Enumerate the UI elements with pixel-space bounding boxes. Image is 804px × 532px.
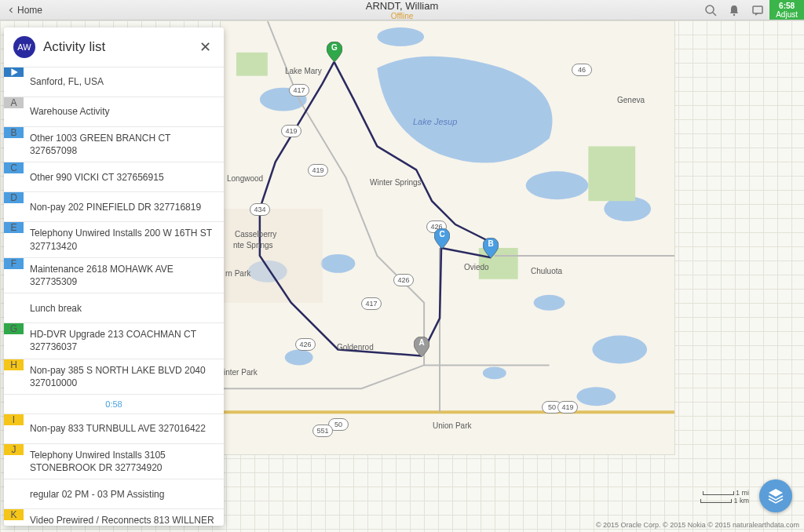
adjust-label: Adjust (776, 10, 798, 19)
bell-icon[interactable] (722, 0, 746, 20)
activity-item[interactable]: AWarehouse Activity (4, 97, 224, 126)
activity-item[interactable]: DNon-pay 202 PINEFIELD DR 327716819 (4, 191, 224, 221)
activity-text: Telephony Unwired Installs 3105 STONEBRO… (24, 444, 224, 479)
route-badge: 419 (557, 401, 578, 414)
route-badge: 419 (308, 164, 328, 177)
route-badge: 434 (250, 203, 270, 216)
place-label: rn Park (225, 269, 250, 278)
close-icon[interactable]: ✕ (196, 35, 214, 59)
svg-point-13 (534, 295, 565, 311)
place-label: Chuluota (531, 267, 562, 275)
place-label: Lake Mary (285, 67, 322, 75)
map-pin[interactable]: C (434, 228, 450, 249)
activity-badge: F (4, 258, 24, 269)
svg-rect-3 (753, 6, 762, 13)
activity-text: Other 990 VICKI CT 327656915 (24, 166, 170, 188)
activity-panel: AW Activity list ✕ Sanford, FL, USAAWare… (4, 27, 224, 526)
activity-text: Non-pay 385 S NORTH LAKE BLVD 2040 32701… (24, 359, 224, 394)
activity-item[interactable]: INon-pay 833 TURNBULL AVE 327016422 (4, 414, 224, 443)
map-scale: 1 mi 1 km (700, 489, 749, 505)
place-label: Casselberry (235, 230, 276, 239)
status-label: Offline (366, 12, 438, 20)
activity-badge: E (4, 222, 24, 233)
adjust-button[interactable]: 6:58 Adjust (769, 0, 804, 20)
place-label: Goldenrod (337, 343, 374, 352)
activity-text: Sanford, FL, USA (24, 71, 110, 93)
svg-point-8 (285, 349, 313, 365)
activity-text: Non-pay 833 TURNBULL AVE 327016422 (24, 417, 212, 439)
time-gap: 0:58 (4, 394, 224, 414)
lake-label: Lake Jesup (413, 117, 457, 126)
activity-item[interactable]: ETelephony Unwired Installs 200 W 16TH S… (4, 221, 224, 257)
header-title: ARNDT, William Offline (366, 0, 438, 20)
place-label: Union Park (433, 421, 471, 430)
map-panel[interactable]: Lake Jesup Lake MaryGenevaWinter Springs… (220, 20, 675, 455)
map-pin[interactable]: B (483, 238, 499, 258)
activity-badge: A (4, 97, 24, 108)
place-label: Longwood (227, 174, 263, 183)
activity-item[interactable]: JTelephony Unwired Installs 3105 STONEBR… (4, 443, 224, 479)
svg-point-11 (592, 336, 647, 364)
activity-text: Non-pay 202 PINEFIELD DR 327716819 (24, 196, 207, 218)
activity-badge: B (4, 127, 24, 138)
map-pin[interactable]: A (414, 337, 429, 357)
activity-text: Video Prewired / Reconnects 813 WILLNER … (24, 509, 224, 526)
activity-badge: C (4, 162, 24, 173)
svg-point-0 (706, 5, 714, 13)
activity-badge: I (4, 414, 24, 425)
activity-badge: G (4, 323, 24, 334)
activity-text: Maintenance 2618 MOHAWK AVE 327735309 (24, 258, 224, 293)
activity-list[interactable]: Sanford, FL, USAAWarehouse ActivityBOthe… (4, 67, 224, 526)
activity-text: Telephony Unwired Installs 200 W 16TH ST… (24, 222, 224, 257)
home-label: Home (17, 5, 42, 16)
place-label: inter Park (224, 368, 258, 377)
activity-badge: D (4, 192, 24, 203)
play-icon (4, 67, 24, 77)
activity-item[interactable]: BOther 1003 GREEN BRANCH CT 327657098 (4, 126, 224, 162)
chat-icon[interactable] (746, 0, 769, 20)
adjust-time: 6:58 (779, 2, 795, 10)
activity-item[interactable]: KVideo Prewired / Reconnects 813 WILLNER… (4, 508, 224, 526)
activity-text: Warehouse Activity (24, 100, 116, 122)
route-badge: 551 (312, 425, 333, 437)
search-icon[interactable] (699, 0, 722, 20)
activity-text: HD-DVR Upgrade 213 COACHMAN CT 327736037 (24, 323, 224, 358)
chevron-left-icon (8, 7, 14, 13)
activity-badge: K (4, 509, 24, 520)
person-name: ARNDT, William (366, 0, 438, 12)
route-badge: 417 (361, 297, 382, 310)
activity-item[interactable]: Lunch break (4, 293, 224, 322)
activity-badge: J (4, 444, 24, 455)
activity-text: Other 1003 GREEN BRANCH CT 327657098 (24, 127, 224, 162)
svg-point-12 (576, 387, 616, 406)
activity-item[interactable]: FMaintenance 2618 MOHAWK AVE 327735309 (4, 257, 224, 293)
svg-point-14 (483, 366, 506, 379)
place-label: Oviedo (464, 263, 489, 271)
route-badge: 419 (281, 125, 302, 137)
home-button[interactable]: Home (0, 0, 50, 20)
layers-button[interactable] (759, 479, 792, 512)
svg-point-6 (321, 254, 356, 273)
activity-item[interactable]: GHD-DVR Upgrade 213 COACHMAN CT 32773603… (4, 322, 224, 358)
activity-item[interactable]: Sanford, FL, USA (4, 67, 224, 97)
map-attribution: © 2015 Oracle Corp. © 2015 Nokia © 2015 … (596, 521, 799, 529)
layers-icon (766, 486, 785, 505)
place-label: Winter Springs (370, 178, 422, 187)
activity-item[interactable]: COther 990 VICKI CT 327656915 (4, 162, 224, 191)
place-label: Geneva (617, 96, 645, 104)
place-label: nte Springs (233, 241, 273, 250)
activity-item[interactable]: regular 02 PM - 03 PM Assisting (4, 479, 224, 508)
svg-rect-18 (236, 53, 268, 76)
route-badge: 417 (289, 84, 309, 97)
avatar[interactable]: AW (13, 36, 35, 58)
activity-text: regular 02 PM - 03 PM Assisting (24, 483, 170, 505)
activity-item[interactable]: HNon-pay 385 S NORTH LAKE BLVD 2040 3270… (4, 359, 224, 394)
svg-line-1 (713, 13, 716, 16)
route-badge: 46 (572, 64, 592, 76)
svg-rect-19 (221, 209, 323, 303)
panel-title: Activity list (43, 39, 196, 55)
svg-point-15 (377, 27, 424, 46)
route-badge: 426 (393, 274, 414, 286)
svg-point-2 (733, 13, 735, 15)
map-pin[interactable]: G (327, 42, 342, 62)
